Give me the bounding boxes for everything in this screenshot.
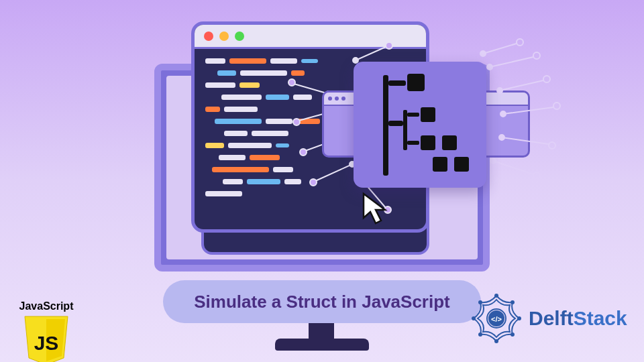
cursor-icon	[361, 191, 392, 229]
svg-rect-49	[433, 157, 447, 172]
maximize-dot-icon	[235, 32, 244, 41]
svg-point-58	[511, 333, 515, 337]
svg-line-21	[483, 44, 517, 54]
svg-rect-45	[421, 107, 435, 122]
svg-point-38	[490, 158, 496, 164]
svg-rect-40	[388, 80, 406, 86]
delftstack-emblem-icon: </>	[470, 292, 523, 345]
svg-point-61	[472, 316, 476, 320]
svg-rect-41	[407, 74, 425, 91]
svg-point-32	[533, 172, 540, 179]
monitor-stand-base	[275, 339, 369, 351]
svg-point-24	[533, 52, 540, 59]
svg-line-23	[490, 57, 533, 67]
svg-text:</>: </>	[491, 315, 502, 323]
svg-rect-39	[383, 75, 388, 176]
svg-point-33	[480, 51, 486, 56]
svg-rect-47	[421, 135, 435, 150]
svg-rect-48	[442, 135, 457, 150]
svg-point-55	[494, 294, 498, 298]
svg-line-25	[500, 80, 543, 90]
struct-icon	[354, 62, 486, 188]
svg-point-60	[478, 333, 482, 337]
svg-rect-43	[403, 110, 407, 150]
struct-overlay-card	[354, 62, 486, 188]
javascript-badge: JavaScript JS	[9, 300, 83, 362]
js-shield-icon: JS	[21, 314, 72, 362]
delftstack-logo: </> DelftStack	[470, 292, 627, 345]
svg-point-57	[517, 316, 521, 320]
svg-rect-46	[407, 141, 419, 145]
svg-line-31	[493, 161, 533, 174]
svg-point-28	[553, 103, 560, 109]
svg-point-59	[494, 339, 498, 343]
svg-point-62	[478, 300, 482, 304]
title-text: Simulate a Struct in JavaScript	[194, 292, 449, 312]
svg-point-22	[517, 39, 523, 46]
delftstack-text: DelftStack	[529, 307, 627, 330]
window-titlebar	[195, 25, 426, 49]
svg-point-56	[511, 300, 515, 304]
close-dot-icon	[204, 32, 213, 41]
svg-point-30	[549, 142, 555, 149]
title-banner: Simulate a Struct in JavaScript	[163, 280, 481, 323]
svg-rect-50	[454, 157, 469, 172]
minimize-dot-icon	[219, 32, 229, 41]
svg-text:JS: JS	[34, 332, 59, 354]
svg-rect-42	[388, 121, 403, 126]
svg-rect-44	[407, 113, 419, 117]
js-label: JavaScript	[9, 300, 83, 312]
svg-point-26	[543, 76, 550, 82]
